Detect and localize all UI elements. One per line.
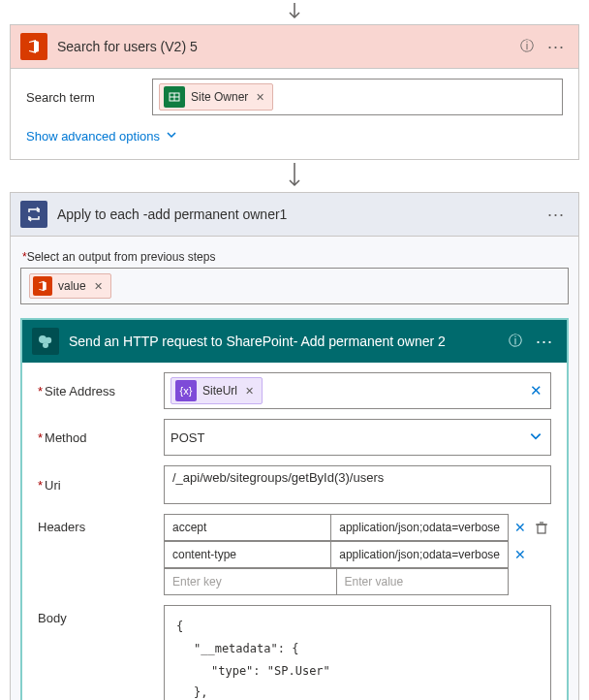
token-remove[interactable]: ✕ <box>256 91 264 104</box>
action-apply-to-each: Apply to each -add permanent owner1 ··· … <box>10 192 579 700</box>
connector-arrow <box>0 160 589 192</box>
remove-header-icon[interactable]: ✕ <box>509 547 532 562</box>
action-header[interactable]: Send an HTTP request to SharePoint- Add … <box>22 320 567 363</box>
header-value[interactable]: application/json;odata=verbose <box>331 515 508 540</box>
site-address-label: Site Address <box>38 384 164 398</box>
more-menu[interactable]: ··· <box>543 209 569 219</box>
header-row: content-type application/json;odata=verb… <box>164 541 509 568</box>
help-icon[interactable]: ⓘ <box>520 38 534 55</box>
method-label: Method <box>38 430 164 445</box>
connector-arrow <box>0 0 589 24</box>
action-http-sharepoint: Send an HTTP request to SharePoint- Add … <box>20 318 569 700</box>
header-key[interactable]: accept <box>165 515 331 540</box>
token-siteurl[interactable]: {x} SiteUrl ✕ <box>170 377 263 404</box>
office-icon <box>33 276 52 296</box>
loop-icon <box>20 201 47 228</box>
token-value[interactable]: value ✕ <box>29 273 111 299</box>
header-value-input[interactable]: Enter value <box>337 569 509 594</box>
token-site-owner[interactable]: Site Owner ✕ <box>159 83 273 111</box>
action-title: Search for users (V2) 5 <box>57 39 198 54</box>
body-label: Body <box>38 605 164 625</box>
remove-header-icon[interactable]: ✕ <box>509 520 532 535</box>
headers-label: Headers <box>38 514 164 534</box>
header-row-new: Enter key Enter value <box>164 568 509 595</box>
show-advanced-link[interactable]: Show advanced options <box>26 129 177 143</box>
action-header[interactable]: Apply to each -add permanent owner1 ··· <box>11 193 578 237</box>
expression-icon: {x} <box>175 380 197 401</box>
svg-point-7 <box>43 342 48 348</box>
chevron-down-icon <box>166 129 177 143</box>
header-row: accept application/json;odata=verbose <box>164 514 509 541</box>
excel-icon <box>164 86 185 108</box>
token-remove[interactable]: ✕ <box>245 385 254 398</box>
uri-input[interactable]: /_api/web/sitegroups/getById(3)/users <box>164 465 551 504</box>
more-menu[interactable]: ··· <box>532 336 557 346</box>
action-title: Send an HTTP request to SharePoint- Add … <box>69 334 446 349</box>
output-note: *Select an output from previous steps <box>22 250 576 264</box>
search-term-label: Search term <box>26 90 152 105</box>
method-select[interactable]: POST <box>164 419 551 456</box>
clear-icon[interactable]: ✕ <box>530 382 542 399</box>
body-input[interactable]: { "__metadata": { "type": "SP.User" }, "… <box>164 605 551 700</box>
header-key[interactable]: content-type <box>165 542 331 567</box>
output-field[interactable]: value ✕ <box>20 268 569 304</box>
header-key-input[interactable]: Enter key <box>165 569 337 594</box>
action-title: Apply to each -add permanent owner1 <box>57 207 287 222</box>
svg-rect-8 <box>538 525 545 533</box>
help-icon[interactable]: ⓘ <box>509 333 522 350</box>
action-search-users: Search for users (V2) 5 ⓘ ··· Search ter… <box>10 24 579 160</box>
chevron-down-icon[interactable] <box>529 430 542 446</box>
sharepoint-icon <box>32 328 59 355</box>
more-menu[interactable]: ··· <box>543 42 569 51</box>
uri-label: Uri <box>38 478 164 493</box>
site-address-field[interactable]: {x} SiteUrl ✕ ✕ <box>164 372 551 409</box>
delete-all-icon[interactable] <box>532 521 551 534</box>
action-header[interactable]: Search for users (V2) 5 ⓘ ··· <box>11 25 578 69</box>
svg-point-5 <box>39 335 46 343</box>
search-term-field[interactable]: Site Owner ✕ <box>152 79 563 115</box>
token-remove[interactable]: ✕ <box>94 280 103 293</box>
office-icon <box>20 33 47 60</box>
header-value[interactable]: application/json;odata=verbose <box>331 542 508 567</box>
